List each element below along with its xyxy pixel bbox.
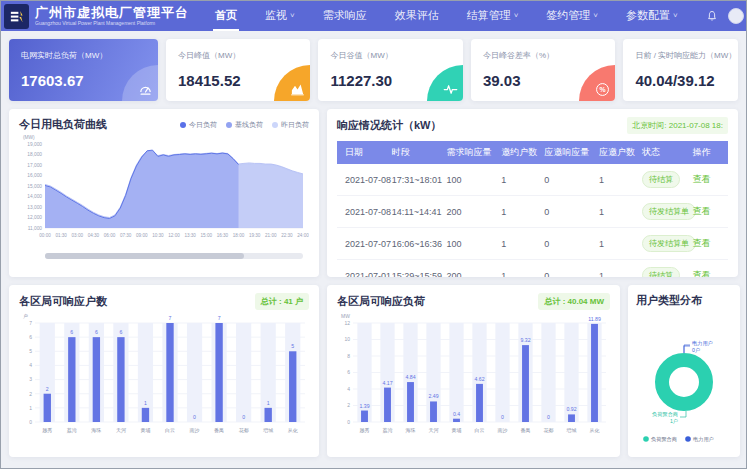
x-axis-label: 越秀 <box>42 427 52 434</box>
menu-item-1[interactable]: 监视˅ <box>263 1 297 31</box>
kpi-label: 今日峰谷差率（%） <box>483 50 603 61</box>
nav-right <box>706 8 744 24</box>
view-link[interactable]: 查看 <box>693 238 711 248</box>
view-link[interactable]: 查看 <box>693 206 711 216</box>
bar-value-label: 4.84 <box>405 374 415 380</box>
y-axis-tick: 19,000 <box>27 142 42 147</box>
x-axis-tick: 18:00 <box>233 233 245 238</box>
user-type-card: 用户类型分布 电力用户0户负荷聚合商1户负荷聚合商电力用户 <box>628 285 740 457</box>
legend-dot-icon <box>272 122 278 128</box>
donut-legend-label: 负荷聚合商 <box>651 436 677 443</box>
chevron-down-icon: ˅ <box>290 11 295 20</box>
y-axis-tick: 15,000 <box>27 184 42 189</box>
brand-block: 广州市虚拟电厂管理平台 Guangzhou Virtual Power Plan… <box>35 6 189 26</box>
chart-zoom-slider[interactable] <box>45 253 303 259</box>
bar-value-label: 0 <box>193 414 196 420</box>
x-axis-tick: 01:30 <box>55 233 67 238</box>
legend-dot-icon <box>180 122 186 128</box>
legend-dot-icon <box>226 122 232 128</box>
y-axis-tick: 13,000 <box>27 205 42 210</box>
bar-荔湾 <box>68 337 75 422</box>
table-cell: 1 <box>497 228 540 260</box>
view-link[interactable]: 查看 <box>693 174 711 184</box>
table-header-6: 状态 <box>638 141 689 164</box>
x-axis-tick: 21:00 <box>265 233 277 238</box>
table-cell: 2021-07-08 <box>337 164 388 196</box>
donut-legend-label: 电力用户 <box>693 436 714 443</box>
bar-value-label: 9.32 <box>520 337 530 343</box>
app-title: 广州市虚拟电厂管理平台 <box>35 6 189 19</box>
bar-value-label: 1.39 <box>359 403 369 409</box>
table-cell: 查看 <box>689 196 728 228</box>
y-axis-tick: 4 <box>29 362 32 368</box>
legend-label: 今日负荷 <box>189 120 217 130</box>
middle-row: 今日用电负荷曲线 今日负荷基线负荷昨日负荷 (MW)11,00012,00013… <box>9 109 738 277</box>
table-cell: 查看 <box>689 228 728 260</box>
kpi-card-3: 今日峰谷差率（%）39.03% <box>471 39 615 101</box>
y-axis-tick: 4 <box>347 386 350 392</box>
y-axis-unit: 户 <box>23 313 28 319</box>
content-area: 电网实时总负荷（MW）17603.67今日峰值（MW）18415.52今日谷值（… <box>1 31 746 465</box>
x-axis-label: 从化 <box>288 427 298 434</box>
bar-从化 <box>591 324 598 422</box>
logo-glyph-icon <box>9 9 24 24</box>
table-cell: 2021-07-07 <box>337 228 388 260</box>
bar-海珠 <box>93 337 100 422</box>
table-cell: 200 <box>443 260 498 278</box>
x-axis-label: 海珠 <box>91 427 101 434</box>
chevron-down-icon: ˅ <box>593 11 598 20</box>
user-avatar[interactable] <box>728 8 744 24</box>
table-header-4: 应邀响应量 <box>540 141 595 164</box>
kpi-card-1: 今日峰值（MW）18415.52 <box>166 39 310 101</box>
table-row: 2021-07-0817:31~18:01100101待结算查看 <box>337 164 728 196</box>
x-axis-tick: 10:30 <box>152 233 164 238</box>
bar-value-label: 5 <box>291 343 294 349</box>
district-load-total-badge: 总计 : 40.04 MW <box>538 293 610 310</box>
bar-value-label: 2 <box>46 386 49 392</box>
x-axis-tick: 04:30 <box>88 233 100 238</box>
y-axis-tick: 3 <box>29 376 32 382</box>
view-link[interactable]: 查看 <box>693 270 711 277</box>
table-cell: 17:31~18:01 <box>388 164 443 196</box>
menu-item-5[interactable]: 签约管理˅ <box>544 1 600 31</box>
table-cell: 0 <box>540 260 595 278</box>
x-axis-label: 白云 <box>165 427 175 434</box>
menu-item-label: 需求响应 <box>323 8 367 23</box>
district-load-title: 各区局可响应负荷 <box>337 294 425 309</box>
y-axis-tick: 12 <box>344 320 350 326</box>
kpi-label: 今日谷值（MW） <box>330 50 450 61</box>
x-axis-tick: 03:00 <box>72 233 84 238</box>
menu-item-2[interactable]: 需求响应 <box>321 1 369 31</box>
chart-zoom-handle[interactable] <box>45 253 244 259</box>
chevron-down-icon: ˅ <box>673 11 678 20</box>
menu-item-4[interactable]: 结算管理˅ <box>465 1 521 31</box>
x-axis-tick: 15:00 <box>201 233 213 238</box>
table-cell: 查看 <box>689 164 728 196</box>
status-badge: 待结算 <box>642 267 680 277</box>
menu-item-0[interactable]: 首页 <box>213 1 239 31</box>
table-header-0: 日期 <box>337 141 388 164</box>
menu-item-6[interactable]: 参数配置˅ <box>624 1 680 31</box>
bar-番禺 <box>522 345 529 422</box>
legend-item-1[interactable]: 基线负荷 <box>226 120 263 130</box>
bottom-row: 各区局可响应户数 总计 : 41 户 户012345672越秀6荔湾6海珠6天河… <box>9 285 738 457</box>
table-cell: 14:11~14:41 <box>388 196 443 228</box>
table-header-3: 邀约户数 <box>497 141 540 164</box>
bell-icon[interactable] <box>706 10 718 22</box>
kpi-card-4: 日前 / 实时响应能力（MW）40.04/39.12 <box>623 39 738 101</box>
legend-item-0[interactable]: 今日负荷 <box>180 120 217 130</box>
response-table: 日期时段需求响应量邀约户数应邀响应量应邀户数状态操作 2021-07-0817:… <box>337 141 728 277</box>
legend-item-2[interactable]: 昨日负荷 <box>272 120 309 130</box>
kpi-row: 电网实时总负荷（MW）17603.67今日峰值（MW）18415.52今日谷值（… <box>9 39 738 101</box>
menu-item-3[interactable]: 效果评估 <box>393 1 441 31</box>
status-badge: 待发结算单 <box>642 203 696 220</box>
bar-value-label: 6 <box>95 329 98 335</box>
y-axis-tick: 11,000 <box>28 226 43 231</box>
bar-黄埔 <box>142 408 149 422</box>
x-axis-label: 荔湾 <box>383 427 393 434</box>
x-axis-tick: 06:00 <box>104 233 116 238</box>
y-axis-unit: (MW) <box>23 135 35 140</box>
status-badge: 待结算 <box>642 171 680 188</box>
legend-label: 基线负荷 <box>235 120 263 130</box>
table-cell: 查看 <box>689 260 728 278</box>
